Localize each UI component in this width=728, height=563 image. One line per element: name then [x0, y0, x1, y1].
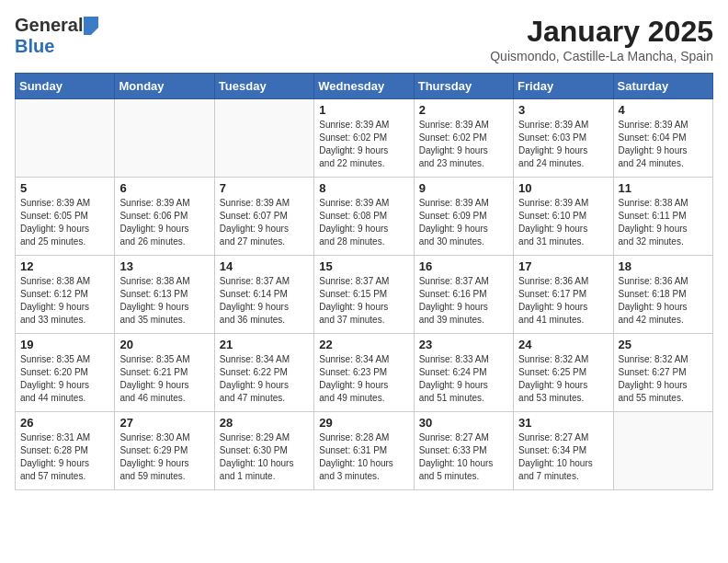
day-info: Sunrise: 8:29 AM Sunset: 6:30 PM Dayligh…	[220, 431, 309, 483]
day-info: Sunrise: 8:34 AM Sunset: 6:22 PM Dayligh…	[220, 353, 309, 405]
calendar-cell: 15Sunrise: 8:37 AM Sunset: 6:15 PM Dayli…	[314, 256, 414, 334]
logo-triangle-icon	[84, 17, 98, 35]
calendar-cell: 19Sunrise: 8:35 AM Sunset: 6:20 PM Dayli…	[16, 334, 115, 412]
logo-blue-text: Blue	[15, 36, 54, 56]
calendar-cell: 11Sunrise: 8:38 AM Sunset: 6:11 PM Dayli…	[613, 178, 712, 256]
day-info: Sunrise: 8:28 AM Sunset: 6:31 PM Dayligh…	[319, 431, 408, 483]
day-info: Sunrise: 8:34 AM Sunset: 6:23 PM Dayligh…	[319, 353, 408, 405]
calendar-week-5: 26Sunrise: 8:31 AM Sunset: 6:28 PM Dayli…	[16, 412, 713, 490]
day-info: Sunrise: 8:37 AM Sunset: 6:15 PM Dayligh…	[319, 275, 408, 327]
day-number: 1	[319, 103, 408, 117]
day-info: Sunrise: 8:39 AM Sunset: 6:10 PM Dayligh…	[518, 197, 608, 248]
weekday-header-thursday: Thursday	[414, 74, 513, 99]
calendar-cell: 18Sunrise: 8:36 AM Sunset: 6:18 PM Dayli…	[613, 256, 712, 334]
calendar-cell: 12Sunrise: 8:38 AM Sunset: 6:12 PM Dayli…	[16, 256, 115, 334]
day-number: 13	[119, 259, 209, 273]
page-header: General Blue January 2025 Quismondo, Cas…	[15, 15, 713, 63]
weekday-header-monday: Monday	[115, 74, 214, 99]
day-number: 29	[319, 416, 408, 430]
weekday-header-wednesday: Wednesday	[314, 74, 414, 99]
day-info: Sunrise: 8:31 AM Sunset: 6:28 PM Dayligh…	[20, 431, 109, 483]
day-info: Sunrise: 8:39 AM Sunset: 6:02 PM Dayligh…	[319, 119, 408, 170]
day-info: Sunrise: 8:35 AM Sunset: 6:21 PM Dayligh…	[119, 353, 209, 405]
day-info: Sunrise: 8:33 AM Sunset: 6:24 PM Dayligh…	[419, 353, 508, 405]
day-number: 24	[518, 338, 608, 351]
calendar-cell: 4Sunrise: 8:39 AM Sunset: 6:04 PM Daylig…	[613, 99, 712, 178]
day-info: Sunrise: 8:37 AM Sunset: 6:16 PM Dayligh…	[419, 275, 508, 327]
calendar-cell	[613, 412, 712, 490]
day-info: Sunrise: 8:36 AM Sunset: 6:17 PM Dayligh…	[518, 275, 608, 327]
day-number: 8	[319, 181, 408, 195]
day-info: Sunrise: 8:38 AM Sunset: 6:13 PM Dayligh…	[119, 275, 209, 327]
day-info: Sunrise: 8:32 AM Sunset: 6:27 PM Dayligh…	[619, 353, 708, 405]
day-number: 23	[419, 338, 508, 351]
day-info: Sunrise: 8:37 AM Sunset: 6:14 PM Dayligh…	[220, 275, 309, 327]
calendar-cell: 1Sunrise: 8:39 AM Sunset: 6:02 PM Daylig…	[314, 99, 414, 178]
svg-marker-0	[84, 17, 98, 35]
day-number: 5	[20, 181, 109, 195]
calendar-cell: 23Sunrise: 8:33 AM Sunset: 6:24 PM Dayli…	[414, 334, 513, 412]
calendar-cell: 27Sunrise: 8:30 AM Sunset: 6:29 PM Dayli…	[115, 412, 214, 490]
day-info: Sunrise: 8:39 AM Sunset: 6:04 PM Dayligh…	[619, 119, 708, 170]
day-number: 4	[619, 103, 708, 117]
calendar-week-4: 19Sunrise: 8:35 AM Sunset: 6:20 PM Dayli…	[16, 334, 713, 412]
calendar-cell: 2Sunrise: 8:39 AM Sunset: 6:02 PM Daylig…	[414, 99, 513, 178]
calendar-week-2: 5Sunrise: 8:39 AM Sunset: 6:05 PM Daylig…	[16, 178, 713, 256]
day-info: Sunrise: 8:38 AM Sunset: 6:12 PM Dayligh…	[20, 275, 109, 327]
calendar-cell	[16, 99, 115, 178]
day-number: 27	[119, 416, 209, 430]
day-info: Sunrise: 8:27 AM Sunset: 6:34 PM Dayligh…	[518, 431, 608, 483]
day-info: Sunrise: 8:36 AM Sunset: 6:18 PM Dayligh…	[619, 275, 708, 327]
day-number: 2	[419, 103, 508, 117]
calendar-cell	[214, 99, 313, 178]
calendar-week-3: 12Sunrise: 8:38 AM Sunset: 6:12 PM Dayli…	[16, 256, 713, 334]
day-number: 15	[319, 259, 408, 273]
day-info: Sunrise: 8:32 AM Sunset: 6:25 PM Dayligh…	[518, 353, 608, 405]
weekday-header-sunday: Sunday	[16, 74, 115, 99]
day-info: Sunrise: 8:35 AM Sunset: 6:20 PM Dayligh…	[20, 353, 109, 405]
day-number: 14	[220, 259, 309, 273]
day-info: Sunrise: 8:39 AM Sunset: 6:03 PM Dayligh…	[518, 119, 608, 170]
calendar-cell: 5Sunrise: 8:39 AM Sunset: 6:05 PM Daylig…	[16, 178, 115, 256]
day-number: 6	[119, 181, 209, 195]
day-info: Sunrise: 8:39 AM Sunset: 6:05 PM Dayligh…	[20, 197, 109, 248]
day-number: 12	[20, 259, 109, 273]
calendar-cell: 24Sunrise: 8:32 AM Sunset: 6:25 PM Dayli…	[514, 334, 613, 412]
day-number: 19	[20, 338, 109, 351]
calendar-cell: 14Sunrise: 8:37 AM Sunset: 6:14 PM Dayli…	[214, 256, 313, 334]
logo: General Blue	[15, 15, 99, 57]
calendar-cell: 25Sunrise: 8:32 AM Sunset: 6:27 PM Dayli…	[613, 334, 712, 412]
calendar-cell: 31Sunrise: 8:27 AM Sunset: 6:34 PM Dayli…	[514, 412, 613, 490]
day-number: 10	[518, 181, 608, 195]
day-info: Sunrise: 8:38 AM Sunset: 6:11 PM Dayligh…	[619, 197, 708, 248]
day-info: Sunrise: 8:39 AM Sunset: 6:07 PM Dayligh…	[220, 197, 309, 248]
calendar-cell: 30Sunrise: 8:27 AM Sunset: 6:33 PM Dayli…	[414, 412, 513, 490]
day-info: Sunrise: 8:30 AM Sunset: 6:29 PM Dayligh…	[119, 431, 209, 483]
calendar-cell: 26Sunrise: 8:31 AM Sunset: 6:28 PM Dayli…	[16, 412, 115, 490]
calendar-cell	[115, 99, 214, 178]
calendar-cell: 6Sunrise: 8:39 AM Sunset: 6:06 PM Daylig…	[115, 178, 214, 256]
calendar-table: SundayMondayTuesdayWednesdayThursdayFrid…	[15, 73, 713, 490]
day-info: Sunrise: 8:39 AM Sunset: 6:02 PM Dayligh…	[419, 119, 508, 170]
day-number: 26	[20, 416, 109, 430]
calendar-cell: 3Sunrise: 8:39 AM Sunset: 6:03 PM Daylig…	[514, 99, 613, 178]
calendar-cell: 29Sunrise: 8:28 AM Sunset: 6:31 PM Dayli…	[314, 412, 414, 490]
title-area: January 2025 Quismondo, Castille-La Manc…	[490, 15, 713, 63]
calendar-cell: 21Sunrise: 8:34 AM Sunset: 6:22 PM Dayli…	[214, 334, 313, 412]
day-number: 18	[619, 259, 708, 273]
calendar-cell: 22Sunrise: 8:34 AM Sunset: 6:23 PM Dayli…	[314, 334, 414, 412]
day-number: 31	[518, 416, 608, 430]
month-title: January 2025	[490, 15, 713, 49]
day-number: 7	[220, 181, 309, 195]
weekday-header-saturday: Saturday	[613, 74, 712, 99]
day-number: 17	[518, 259, 608, 273]
day-number: 11	[619, 181, 708, 195]
day-number: 30	[419, 416, 508, 430]
day-number: 22	[319, 338, 408, 351]
calendar-cell: 8Sunrise: 8:39 AM Sunset: 6:08 PM Daylig…	[314, 178, 414, 256]
day-info: Sunrise: 8:39 AM Sunset: 6:08 PM Dayligh…	[319, 197, 408, 248]
calendar-week-1: 1Sunrise: 8:39 AM Sunset: 6:02 PM Daylig…	[16, 99, 713, 178]
calendar-cell: 28Sunrise: 8:29 AM Sunset: 6:30 PM Dayli…	[214, 412, 313, 490]
day-info: Sunrise: 8:27 AM Sunset: 6:33 PM Dayligh…	[419, 431, 508, 483]
calendar-cell: 20Sunrise: 8:35 AM Sunset: 6:21 PM Dayli…	[115, 334, 214, 412]
